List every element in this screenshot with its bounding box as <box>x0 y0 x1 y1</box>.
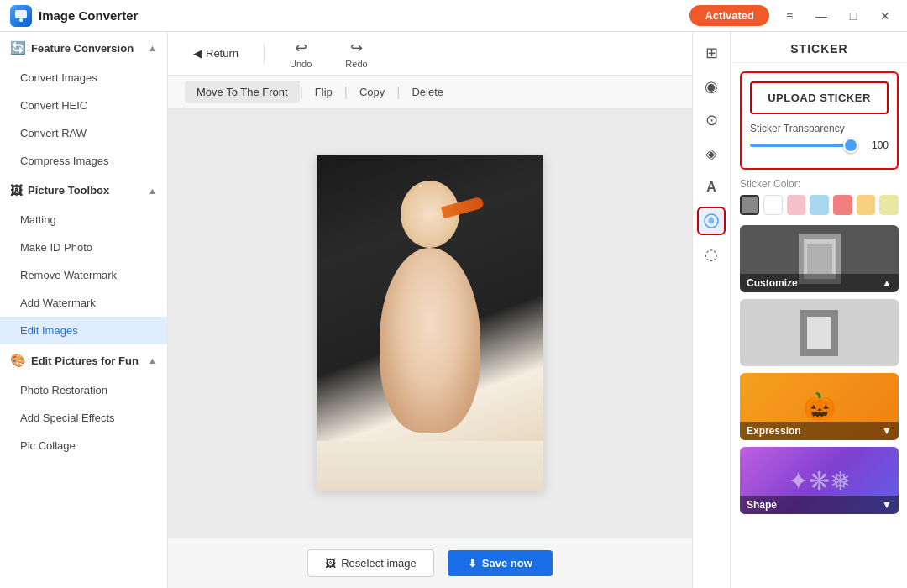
upload-sticker-button[interactable]: UPLOAD STICKER <box>750 81 889 114</box>
bottom-bar: 🖼 Reselect image ⬇ Save now <box>168 538 692 588</box>
sidebar-item-make-id-photo[interactable]: Make ID Photo <box>0 234 167 261</box>
crop-tool[interactable]: ⊞ <box>697 39 726 67</box>
transparency-slider-container: 100 <box>750 139 889 151</box>
chevron-up-icon: ▲ <box>148 43 157 53</box>
sticker-shape-label: Shape ▼ <box>740 496 899 514</box>
sidebar-item-convert-images[interactable]: Convert Images <box>0 64 167 92</box>
main-layout: 🔄 Feature Conversion ▲ Convert Images Co… <box>0 32 907 588</box>
transparency-label: Sticker Transparency <box>750 123 889 134</box>
app-logo <box>10 5 32 27</box>
sticker-grid: Customize ▲ 🎃 Expression <box>740 225 899 514</box>
expand-icon-2: ▼ <box>882 425 892 437</box>
sidebar-item-convert-heic[interactable]: Convert HEIC <box>0 92 167 119</box>
title-bar-left: Image Converter <box>10 5 138 27</box>
transparency-slider[interactable] <box>750 144 858 147</box>
return-button[interactable]: ◀ Return <box>185 43 247 64</box>
return-label: Return <box>206 47 239 60</box>
content-area: ◀ Return ↩ Undo ↪ Redo Move To The Front… <box>168 32 692 588</box>
delete-button[interactable]: Delete <box>400 81 455 103</box>
activated-button[interactable]: Activated <box>689 5 769 26</box>
sticker-card-customize[interactable]: Customize ▲ <box>740 225 899 292</box>
color-swatch-gray[interactable] <box>740 195 759 215</box>
save-label: Save now <box>482 557 532 570</box>
sticker-card-shape[interactable]: ✦❋❅ Shape ▼ <box>740 447 899 514</box>
sidebar-item-compress-images[interactable]: Compress Images <box>0 147 167 175</box>
sidebar-item-special-effects[interactable]: Add Special Effects <box>0 404 167 432</box>
return-arrow-icon: ◀ <box>193 47 202 60</box>
picture-toolbox-icon: 🖼 <box>10 183 23 197</box>
color-swatch-white[interactable] <box>763 195 783 215</box>
redo-button[interactable]: ↪ Redo <box>337 35 375 72</box>
erase-tool[interactable]: ◌ <box>697 240 726 269</box>
sidebar-item-convert-raw[interactable]: Convert RAW <box>0 119 167 147</box>
section-feature-conversion-label: Feature Conversion <box>31 42 134 55</box>
redo-icon: ↪ <box>350 39 363 57</box>
color-swatch-orange[interactable] <box>857 195 876 215</box>
sidebar-item-photo-restoration[interactable]: Photo Restoration <box>0 376 167 404</box>
undo-button[interactable]: ↩ Undo <box>281 35 320 72</box>
sticker-frame-preview <box>740 299 899 366</box>
sticker-expression-label: Expression ▼ <box>740 422 899 440</box>
feature-conversion-icon: 🔄 <box>10 40 26 55</box>
sidebar-item-add-watermark[interactable]: Add Watermark <box>0 289 167 317</box>
expand-icon-3: ▼ <box>882 499 892 511</box>
section-feature-conversion[interactable]: 🔄 Feature Conversion ▲ <box>0 32 167 64</box>
toolbar: ◀ Return ↩ Undo ↪ Redo <box>168 32 692 76</box>
sticker-panel-title: STICKER <box>731 32 907 63</box>
sidebar: 🔄 Feature Conversion ▲ Convert Images Co… <box>0 32 168 588</box>
sticker-card-frame[interactable] <box>740 299 899 366</box>
color-swatch-yellow[interactable] <box>879 195 899 215</box>
move-to-front-button[interactable]: Move To The Front <box>185 81 300 103</box>
close-button[interactable]: ✕ <box>873 4 897 28</box>
save-button[interactable]: ⬇ Save now <box>448 550 553 576</box>
title-bar: Image Converter Activated ≡ — □ ✕ <box>0 0 907 32</box>
minimize-button[interactable]: — <box>810 4 833 28</box>
reselect-icon: 🖼 <box>325 557 336 570</box>
hamburger-button[interactable]: ≡ <box>778 4 801 28</box>
section-picture-toolbox-label: Picture Toolbox <box>28 184 109 197</box>
flip-button[interactable]: Flip <box>303 81 344 103</box>
sticker-color-label: Sticker Color: <box>740 178 899 190</box>
sticker-panel-content: UPLOAD STICKER Sticker Transparency 100 … <box>731 63 907 522</box>
copy-button[interactable]: Copy <box>348 81 396 103</box>
sticker-customize-label: Customize ▲ <box>740 274 899 292</box>
sticker-card-expression[interactable]: 🎃 Expression ▼ <box>740 373 899 440</box>
watermark-tool[interactable]: ◈ <box>697 139 726 168</box>
color-swatch-pink[interactable] <box>787 195 806 215</box>
undo-icon: ↩ <box>295 39 307 57</box>
svg-point-1 <box>19 18 23 22</box>
sticker-tool[interactable] <box>697 207 726 235</box>
action-bar: Move To The Front | Flip | Copy | Delete <box>168 76 692 109</box>
edit-pictures-icon: 🎨 <box>10 353 26 368</box>
reselect-button[interactable]: 🖼 Reselect image <box>307 549 434 577</box>
text-tool[interactable]: A <box>697 173 726 202</box>
color-swatch-red[interactable] <box>833 195 852 215</box>
sidebar-item-pic-collage[interactable]: Pic Collage <box>0 432 167 459</box>
title-bar-right: Activated ≡ — □ ✕ <box>689 4 897 28</box>
color-swatch-blue[interactable] <box>810 195 829 215</box>
bird-body <box>380 248 480 433</box>
redo-label: Redo <box>345 59 367 69</box>
chevron-up-icon-3: ▲ <box>148 355 157 365</box>
filter-tool[interactable]: ◉ <box>697 72 726 101</box>
transparency-value: 100 <box>865 139 889 151</box>
sticker-color-row <box>740 195 899 215</box>
section-edit-pictures[interactable]: 🎨 Edit Pictures for Fun ▲ <box>0 344 167 376</box>
section-edit-pictures-label: Edit Pictures for Fun <box>31 354 139 367</box>
toolbar-divider-1 <box>264 44 265 64</box>
sidebar-item-edit-images[interactable]: Edit Images <box>0 317 167 344</box>
reselect-label: Reselect image <box>341 557 417 570</box>
sidebar-item-remove-watermark[interactable]: Remove Watermark <box>0 261 167 289</box>
adjust-tool[interactable]: ⊙ <box>697 106 726 134</box>
app-title: Image Converter <box>39 8 138 23</box>
chevron-up-icon-2: ▲ <box>148 186 157 196</box>
sticker-upload-box: UPLOAD STICKER Sticker Transparency 100 <box>740 71 899 170</box>
image-bottom <box>317 441 543 491</box>
section-picture-toolbox[interactable]: 🖼 Picture Toolbox ▲ <box>0 175 167 206</box>
sticker-panel: STICKER UPLOAD STICKER Sticker Transpare… <box>731 32 907 588</box>
svg-rect-0 <box>15 10 27 18</box>
sidebar-item-matting[interactable]: Matting <box>0 206 167 234</box>
undo-label: Undo <box>290 59 312 69</box>
maximize-button[interactable]: □ <box>841 4 865 28</box>
editor-area: Move To The Front | Flip | Copy | Delete <box>168 76 692 588</box>
